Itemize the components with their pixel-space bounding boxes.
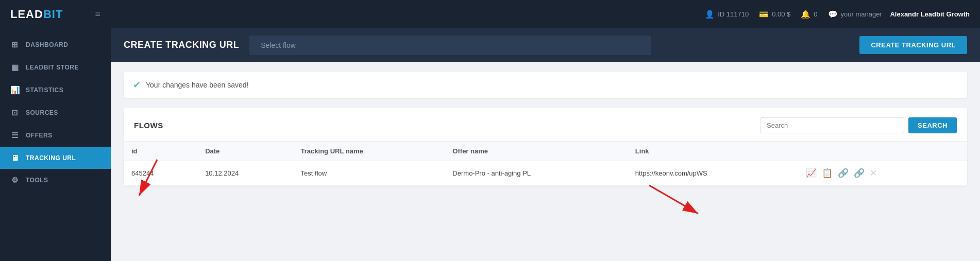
sources-icon: ⊡ [10, 108, 20, 117]
sidebar-item-label: SOURCES [26, 109, 58, 116]
search-button[interactable]: SEARCH [908, 117, 957, 133]
cell-link: https://keonv.com/upWS [628, 161, 798, 186]
cell-tracking-url-name: Test flow [293, 161, 445, 186]
sidebar-item-statistics[interactable]: 📊 STATISTICS [0, 79, 111, 101]
sidebar-item-label: STATISTICS [26, 86, 63, 94]
manager-prefix: your manager [841, 10, 882, 18]
notifications-item[interactable]: 🔔 0 [801, 10, 817, 19]
edit-icon[interactable]: 🔗 [854, 168, 865, 179]
tools-icon: ⚙ [10, 176, 20, 185]
cell-actions: 📈 📋 🔗 🔗 ✕ [798, 161, 967, 186]
create-tracking-url-button[interactable]: CREATE TRACKING URL [859, 36, 967, 54]
copy-icon[interactable]: 📋 [822, 168, 833, 179]
action-icons: 📈 📋 🔗 🔗 ✕ [806, 168, 959, 179]
sidebar: LEADBIT ≡ ⊞ DASHBOARD ▦ LEADBIT STORE 📊 … [0, 0, 111, 261]
delete-icon[interactable]: ✕ [870, 168, 877, 179]
message-icon: 💬 [828, 10, 838, 19]
table-header: id Date Tracking URL name Offer name Lin… [124, 142, 967, 161]
content-area: ✔ Your changes have been saved! FLOWS SE… [111, 62, 980, 261]
success-message-text: Your changes have been saved! [146, 81, 249, 89]
balance-icon: 💳 [759, 10, 769, 19]
sidebar-item-label: LEADBIT STORE [26, 64, 79, 71]
sidebar-item-leadbit-store[interactable]: ▦ LEADBIT STORE [0, 56, 111, 79]
success-message-bar: ✔ Your changes have been saved! [124, 72, 967, 98]
col-link: Link [628, 142, 798, 161]
sidebar-item-label: TOOLS [26, 177, 48, 184]
notifications-count: 0 [814, 10, 817, 18]
table-body: 645244 10.12.2024 Test flow Dermo-Pro - … [124, 161, 967, 186]
flow-select-wrapper: Select flow [249, 36, 651, 55]
col-tracking-url-name: Tracking URL name [293, 142, 445, 161]
table-row: 645244 10.12.2024 Test flow Dermo-Pro - … [124, 161, 967, 186]
logo-bit: BIT [43, 8, 63, 21]
sidebar-item-offers[interactable]: ☰ OFFERS [0, 124, 111, 147]
flows-header: FLOWS SEARCH [124, 108, 967, 141]
sidebar-item-label: OFFERS [26, 132, 53, 139]
manager-name: Alexandr Leadbit Growth [890, 10, 970, 18]
main-content: 👤 ID 111710 💳 0.00 $ 🔔 0 💬 your manager … [111, 0, 980, 261]
balance: 0.00 $ [772, 10, 790, 18]
user-id-item[interactable]: 👤 ID 111710 [705, 10, 749, 19]
logo: LEADBIT ≡ [0, 0, 111, 28]
cell-id: 645244 [124, 161, 197, 186]
success-icon: ✔ [133, 79, 141, 91]
sidebar-item-dashboard[interactable]: ⊞ DASHBOARD [0, 33, 111, 56]
sidebar-item-label: TRACKING URL [26, 154, 76, 162]
manager-item[interactable]: 💬 your manager Alexandr Leadbit Growth [828, 10, 970, 19]
tracking-url-icon: 🖥 [10, 153, 20, 162]
dashboard-icon: ⊞ [10, 40, 20, 49]
logo-lead: LEAD [10, 8, 43, 21]
col-offer-name: Offer name [445, 142, 627, 161]
top-header: 👤 ID 111710 💳 0.00 $ 🔔 0 💬 your manager … [111, 0, 980, 28]
notifications-icon: 🔔 [801, 10, 810, 19]
cell-offer-name: Dermo-Pro - anti-aging PL [445, 161, 627, 186]
chart-icon[interactable]: 📈 [806, 168, 817, 179]
sidebar-toggle-icon[interactable]: ≡ [95, 9, 100, 20]
link-icon[interactable]: 🔗 [838, 168, 849, 179]
balance-item[interactable]: 💳 0.00 $ [759, 10, 790, 19]
user-id: ID 111710 [718, 10, 749, 18]
search-area: SEARCH [760, 117, 957, 133]
sidebar-nav: ⊞ DASHBOARD ▦ LEADBIT STORE 📊 STATISTICS… [0, 28, 111, 192]
user-icon: 👤 [705, 10, 715, 19]
page-header: CREATE TRACKING URL Select flow CREATE T… [111, 28, 980, 62]
flow-select[interactable]: Select flow [255, 37, 646, 54]
col-date: Date [197, 142, 293, 161]
flows-section: FLOWS SEARCH id Date Tracking URL name O… [124, 108, 967, 186]
col-id: id [124, 142, 197, 161]
col-actions [798, 142, 967, 161]
statistics-icon: 📊 [10, 85, 20, 95]
sidebar-item-label: DASHBOARD [26, 41, 69, 48]
flows-table: id Date Tracking URL name Offer name Lin… [124, 141, 967, 186]
search-input[interactable] [760, 117, 904, 133]
logo-text: LEADBIT [10, 8, 63, 21]
cell-date: 10.12.2024 [197, 161, 293, 186]
offers-icon: ☰ [10, 131, 20, 140]
store-icon: ▦ [10, 63, 20, 72]
flows-section-title: FLOWS [134, 121, 163, 130]
sidebar-item-tracking-url[interactable]: 🖥 TRACKING URL [0, 147, 111, 169]
sidebar-item-tools[interactable]: ⚙ TOOLS [0, 169, 111, 192]
page-title: CREATE TRACKING URL [124, 40, 239, 50]
sidebar-item-sources[interactable]: ⊡ SOURCES [0, 101, 111, 124]
